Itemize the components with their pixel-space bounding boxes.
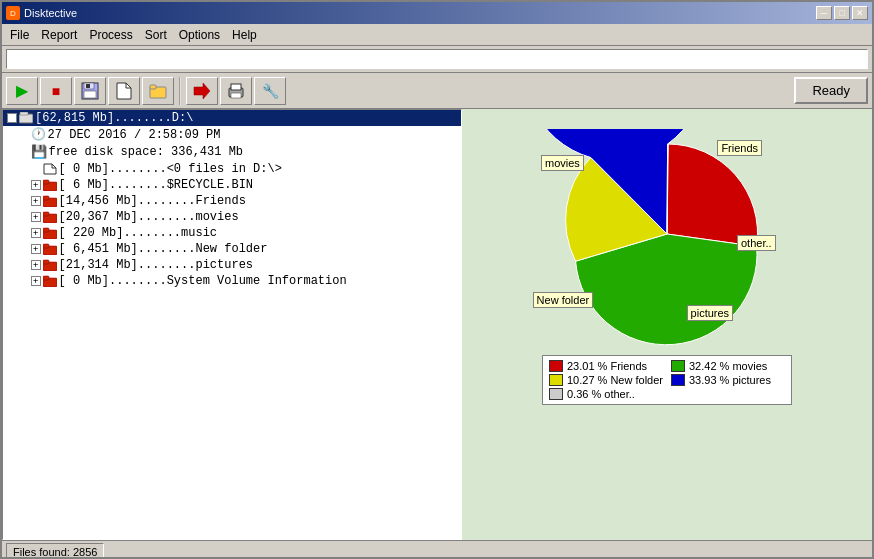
newfolder-label: [ 6,451 Mb]........New folder	[59, 242, 268, 256]
files-label: [ 0 Mb]........<0 files in D:\>	[59, 162, 282, 176]
legend-item-other: 0.36 % other..	[549, 388, 663, 400]
svg-rect-2	[84, 91, 96, 98]
sysvolinfo-label: [ 0 Mb]........System Volume Information	[59, 274, 347, 288]
toolbar-separator	[179, 77, 181, 105]
pie-segment-friends	[667, 144, 758, 247]
menu-report[interactable]: Report	[35, 26, 83, 44]
tree-item-friends[interactable]: + [14,456 Mb]........Friends	[3, 193, 461, 209]
play-button[interactable]: ▶	[6, 77, 38, 105]
main-content: - [62,815 Mb]........D:\ 🕐 27 DEC 2016 /…	[2, 109, 872, 540]
search-bar	[2, 46, 872, 73]
folder-icon-pictures	[43, 259, 57, 271]
svg-marker-13	[44, 164, 56, 174]
print-button[interactable]	[220, 77, 252, 105]
ready-button[interactable]: Ready	[794, 77, 868, 104]
folder-icon-newfolder	[43, 243, 57, 255]
root-collapse-btn[interactable]: -	[7, 113, 17, 123]
music-label: [ 220 Mb]........music	[59, 226, 217, 240]
svg-marker-4	[117, 83, 131, 99]
date-text: 27 DEC 2016 / 2:58:09 PM	[48, 128, 221, 142]
menu-help[interactable]: Help	[226, 26, 263, 44]
legend-text-friends: 23.01 % Friends	[567, 360, 647, 372]
svg-rect-12	[20, 112, 28, 115]
pictures-expand-btn[interactable]: +	[31, 260, 41, 270]
tree-item-newfolder[interactable]: + [ 6,451 Mb]........New folder	[3, 241, 461, 257]
file-icon	[43, 163, 57, 175]
chart-legend: 23.01 % Friends 32.42 % movies 10.27 % N…	[542, 355, 792, 405]
tree-item-recycle[interactable]: + [ 6 Mb]........$RECYCLE.BIN	[3, 177, 461, 193]
svg-rect-10	[231, 93, 241, 98]
new-button[interactable]	[108, 77, 140, 105]
files-found-text: Files found: 2856	[13, 546, 97, 558]
drive-icon	[19, 112, 33, 124]
legend-text-movies: 32.42 % movies	[689, 360, 767, 372]
tree-item-music[interactable]: + [ 220 Mb]........music	[3, 225, 461, 241]
stop-button[interactable]: ■	[40, 77, 72, 105]
newfolder-expand-btn[interactable]: +	[31, 244, 41, 254]
minimize-button[interactable]: ─	[816, 6, 832, 20]
svg-rect-11	[19, 114, 33, 123]
tree-freespace: 💾 free disk space: 336,431 Mb	[3, 143, 461, 161]
tree-item-sysvolinfo[interactable]: + [ 0 Mb]........System Volume Informati…	[3, 273, 461, 289]
folder-icon-movies	[43, 211, 57, 223]
tree-item-movies[interactable]: + [20,367 Mb]........movies	[3, 209, 461, 225]
label-newfolder: New folder	[533, 292, 594, 308]
svg-rect-25	[43, 260, 49, 264]
freespace-text: free disk space: 336,431 Mb	[49, 145, 243, 159]
pie-chart: Friends movies New folder pictures other…	[527, 129, 807, 349]
folder-icon-sysvolinfo	[43, 275, 57, 287]
svg-rect-17	[43, 196, 49, 200]
label-friends: Friends	[717, 140, 762, 156]
open-button[interactable]	[142, 77, 174, 105]
tree-date: 🕐 27 DEC 2016 / 2:58:09 PM	[3, 126, 461, 143]
title-bar: D Disktective ─ □ ✕	[2, 2, 872, 24]
legend-color-friends	[549, 360, 563, 372]
tools-button[interactable]: 🔧	[254, 77, 286, 105]
tree-item-files[interactable]: [ 0 Mb]........<0 files in D:\>	[3, 161, 461, 177]
svg-rect-27	[43, 276, 49, 280]
export-button[interactable]	[186, 77, 218, 105]
title-bar-controls: ─ □ ✕	[816, 6, 868, 20]
music-expand-btn[interactable]: +	[31, 228, 41, 238]
friends-label: [14,456 Mb]........Friends	[59, 194, 246, 208]
close-button[interactable]: ✕	[852, 6, 868, 20]
menu-options[interactable]: Options	[173, 26, 226, 44]
svg-rect-21	[43, 228, 49, 232]
movies-expand-btn[interactable]: +	[31, 212, 41, 222]
friends-expand-btn[interactable]: +	[31, 196, 41, 206]
save-button[interactable]	[74, 77, 106, 105]
folder-icon-recycle	[43, 179, 57, 191]
menu-sort[interactable]: Sort	[139, 26, 173, 44]
app-title: Disktective	[24, 7, 77, 19]
search-input[interactable]	[6, 49, 868, 69]
sysvolinfo-expand-btn[interactable]: +	[31, 276, 41, 286]
print-icon	[227, 83, 245, 99]
svg-rect-15	[43, 180, 49, 184]
status-files-found: Files found: 2856	[6, 543, 104, 560]
svg-rect-6	[150, 85, 156, 89]
svg-marker-7	[194, 83, 210, 99]
disk-icon: 💾	[31, 144, 47, 160]
legend-item-friends: 23.01 % Friends	[549, 360, 663, 372]
maximize-button[interactable]: □	[834, 6, 850, 20]
legend-text-newfolder: 10.27 % New folder	[567, 374, 663, 386]
root-label: [62,815 Mb]........D:\	[35, 111, 193, 125]
title-bar-left: D Disktective	[6, 6, 77, 20]
legend-color-pictures	[671, 374, 685, 386]
folder-icon-music	[43, 227, 57, 239]
menu-file[interactable]: File	[4, 26, 35, 44]
status-bar: Files found: 2856	[2, 540, 872, 559]
legend-color-other	[549, 388, 563, 400]
svg-rect-19	[43, 212, 49, 216]
tree-root[interactable]: - [62,815 Mb]........D:\	[3, 110, 461, 126]
folder-icon-friends	[43, 195, 57, 207]
menu-process[interactable]: Process	[83, 26, 138, 44]
export-icon	[193, 82, 211, 100]
tree-item-pictures[interactable]: + [21,314 Mb]........pictures	[3, 257, 461, 273]
legend-item-movies: 32.42 % movies	[671, 360, 785, 372]
legend-item-pictures: 33.93 % pictures	[671, 374, 785, 386]
label-pictures: pictures	[687, 305, 734, 321]
label-movies: movies	[541, 155, 584, 171]
recycle-expand-btn[interactable]: +	[31, 180, 41, 190]
legend-text-pictures: 33.93 % pictures	[689, 374, 771, 386]
